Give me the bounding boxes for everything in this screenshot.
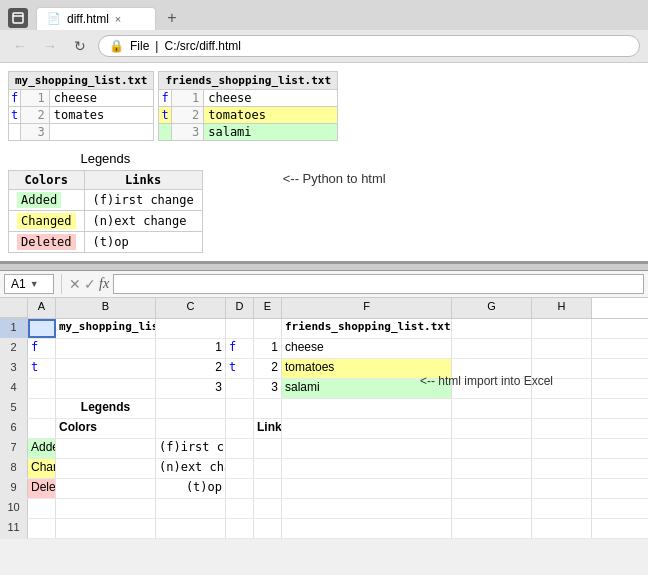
cell-F11[interactable] — [282, 519, 452, 538]
cell-D2[interactable]: f — [226, 339, 254, 358]
cell-C8[interactable]: (n)ext change — [156, 459, 226, 478]
cell-G11[interactable] — [452, 519, 532, 538]
cell-B1[interactable]: my_shopping_list.txt — [56, 319, 156, 338]
legend-link-first[interactable]: (f)irst change — [84, 190, 202, 211]
cell-C2[interactable]: 1 — [156, 339, 226, 358]
cancel-formula-icon[interactable]: ✕ — [69, 276, 81, 292]
cell-A8[interactable]: Changed — [28, 459, 56, 478]
col-header-A[interactable]: A — [28, 298, 56, 318]
cell-H1[interactable] — [532, 319, 592, 338]
cell-A2[interactable]: f — [28, 339, 56, 358]
cell-H8[interactable] — [532, 459, 592, 478]
cell-A3[interactable]: t — [28, 359, 56, 378]
cell-D5[interactable] — [226, 399, 254, 418]
cell-E7[interactable] — [254, 439, 282, 458]
cell-E1[interactable] — [254, 319, 282, 338]
cell-ref-dropdown-icon[interactable]: ▼ — [30, 279, 39, 289]
cell-F1[interactable]: friends_shopping_list.txt — [282, 319, 452, 338]
cell-G1[interactable] — [452, 319, 532, 338]
cell-G5[interactable] — [452, 399, 532, 418]
cell-C4[interactable]: 3 — [156, 379, 226, 398]
cell-E11[interactable] — [254, 519, 282, 538]
col-header-C[interactable]: C — [156, 298, 226, 318]
cell-A4[interactable] — [28, 379, 56, 398]
cell-D7[interactable] — [226, 439, 254, 458]
back-button[interactable]: ← — [8, 34, 32, 58]
address-bar[interactable]: 🔒 File | C:/src/diff.html — [98, 35, 640, 57]
refresh-button[interactable]: ↻ — [68, 34, 92, 58]
cell-E2[interactable]: 1 — [254, 339, 282, 358]
confirm-formula-icon[interactable]: ✓ — [84, 276, 96, 292]
cell-F10[interactable] — [282, 499, 452, 518]
cell-B10[interactable] — [56, 499, 156, 518]
col-header-H[interactable]: H — [532, 298, 592, 318]
cell-B2[interactable] — [56, 339, 156, 358]
cell-A1[interactable] — [28, 319, 56, 338]
cell-E3[interactable]: 2 — [254, 359, 282, 378]
legend-link-top[interactable]: (t)op — [84, 232, 202, 253]
cell-F9[interactable] — [282, 479, 452, 498]
cell-G6[interactable] — [452, 419, 532, 438]
cell-C6[interactable] — [156, 419, 226, 438]
cell-B6[interactable]: Colors — [56, 419, 156, 438]
cell-D11[interactable] — [226, 519, 254, 538]
col-header-D[interactable]: D — [226, 298, 254, 318]
cell-reference-box[interactable]: A1 ▼ — [4, 274, 54, 294]
cell-G9[interactable] — [452, 479, 532, 498]
cell-H7[interactable] — [532, 439, 592, 458]
cell-B11[interactable] — [56, 519, 156, 538]
cell-G10[interactable] — [452, 499, 532, 518]
cell-G8[interactable] — [452, 459, 532, 478]
fx-icon[interactable]: fx — [99, 276, 109, 292]
cell-D10[interactable] — [226, 499, 254, 518]
cell-G2[interactable] — [452, 339, 532, 358]
cell-A9[interactable]: Deleted — [28, 479, 56, 498]
cell-F8[interactable] — [282, 459, 452, 478]
cell-A10[interactable] — [28, 499, 56, 518]
cell-B7[interactable] — [56, 439, 156, 458]
cell-E4[interactable]: 3 — [254, 379, 282, 398]
tab-close-button[interactable]: × — [115, 13, 121, 25]
cell-F6[interactable] — [282, 419, 452, 438]
cell-G7[interactable] — [452, 439, 532, 458]
cell-C5[interactable] — [156, 399, 226, 418]
cell-C9[interactable]: (t)op — [156, 479, 226, 498]
cell-C3[interactable]: 2 — [156, 359, 226, 378]
cell-A6[interactable] — [28, 419, 56, 438]
cell-A7[interactable]: Added — [28, 439, 56, 458]
cell-B5[interactable]: Legends — [56, 399, 156, 418]
formula-input[interactable] — [113, 274, 644, 294]
col-header-B[interactable]: B — [56, 298, 156, 318]
cell-E9[interactable] — [254, 479, 282, 498]
cell-B3[interactable] — [56, 359, 156, 378]
cell-F7[interactable] — [282, 439, 452, 458]
cell-D4[interactable] — [226, 379, 254, 398]
col-header-G[interactable]: G — [452, 298, 532, 318]
cell-B4[interactable] — [56, 379, 156, 398]
cell-A5[interactable] — [28, 399, 56, 418]
cell-D8[interactable] — [226, 459, 254, 478]
forward-button[interactable]: → — [38, 34, 62, 58]
col-header-F[interactable]: F — [282, 298, 452, 318]
cell-H9[interactable] — [532, 479, 592, 498]
cell-H5[interactable] — [532, 399, 592, 418]
cell-F5[interactable] — [282, 399, 452, 418]
new-tab-button[interactable]: + — [160, 6, 184, 30]
cell-E10[interactable] — [254, 499, 282, 518]
legend-link-next[interactable]: (n)ext change — [84, 211, 202, 232]
cell-E5[interactable] — [254, 399, 282, 418]
cell-D6[interactable] — [226, 419, 254, 438]
browser-tab[interactable]: 📄 diff.html × — [36, 7, 156, 30]
cell-D9[interactable] — [226, 479, 254, 498]
cell-C1[interactable] — [156, 319, 226, 338]
cell-F2[interactable]: cheese — [282, 339, 452, 358]
cell-B9[interactable] — [56, 479, 156, 498]
cell-C7[interactable]: (f)irst change — [156, 439, 226, 458]
cell-D1[interactable] — [226, 319, 254, 338]
col-header-E[interactable]: E — [254, 298, 282, 318]
cell-C10[interactable] — [156, 499, 226, 518]
cell-C11[interactable] — [156, 519, 226, 538]
cell-B8[interactable] — [56, 459, 156, 478]
cell-D3[interactable]: t — [226, 359, 254, 378]
cell-H6[interactable] — [532, 419, 592, 438]
